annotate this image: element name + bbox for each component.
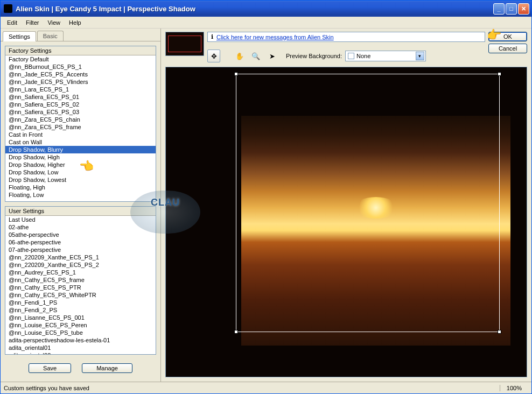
right-panel: ℹ Click here for new messages from Alien…	[161, 29, 531, 382]
list-item[interactable]: 06-athe-perspective	[5, 238, 156, 246]
transparency-swatch-icon	[348, 53, 354, 59]
list-item[interactable]: adita-perspectiveshadow-les-estela-01	[5, 336, 156, 344]
minimize-button[interactable]: _	[493, 3, 505, 15]
preview-thumbnail[interactable]	[165, 32, 204, 56]
list-item[interactable]: @nn_Safiera_EC5_PS_03	[5, 108, 156, 116]
factory-settings-list[interactable]: Factory Default@nn_BBurnout_EC5_PS_1@nn_…	[5, 55, 156, 201]
list-item[interactable]: adita_oriental01	[5, 344, 156, 351]
minimize-icon: _	[497, 5, 500, 12]
cancel-button[interactable]: Cancel	[488, 44, 527, 53]
list-item[interactable]: @nn_Fendi_1_PS	[5, 299, 156, 306]
maximize-icon: □	[509, 5, 513, 12]
message-bar: ℹ Click here for new messages from Alien…	[207, 32, 485, 42]
handle-bl[interactable]	[234, 330, 238, 334]
save-button[interactable]: Save	[29, 363, 71, 373]
user-settings-header: User Settings	[5, 207, 156, 216]
list-item[interactable]: @nn_220209_Xanthe_EC5_PS_1	[5, 254, 156, 261]
message-link[interactable]: Click here for new messages from Alien S…	[216, 34, 334, 40]
list-item[interactable]: @nn_Louise_EC5_PS_Peren	[5, 321, 156, 329]
move-icon: ✥	[211, 52, 217, 60]
close-icon: ✕	[521, 5, 526, 12]
menu-filter[interactable]: Filter	[22, 18, 43, 27]
handle-tl[interactable]	[234, 72, 238, 76]
handle-br[interactable]	[498, 330, 501, 334]
list-item[interactable]: Drop Shadow, Lowest	[5, 176, 156, 184]
statusbar: Custom settings you have saved 100%	[1, 382, 531, 393]
ok-button[interactable]: OK	[488, 32, 527, 41]
list-item[interactable]: @nn_BBurnout_EC5_PS_1	[5, 63, 156, 71]
arrow-tool-button[interactable]: ➤	[265, 50, 278, 62]
close-button[interactable]: ✕	[518, 3, 529, 15]
maximize-button[interactable]: □	[506, 3, 517, 15]
menubar: Edit Filter View Help	[1, 17, 531, 29]
zoom-icon: 🔍	[251, 52, 260, 60]
list-item[interactable]: @nn_Audrey_EC5_PS_1	[5, 269, 156, 276]
hand-tool-button[interactable]: ✋	[233, 50, 246, 62]
list-item[interactable]: @nn_Zara_EC5_PS_chain	[5, 116, 156, 123]
user-settings-box: User Settings Last Used02-athe05athe-per…	[5, 206, 156, 355]
list-item[interactable]: @nn_Lisanne_EC5_PS_001	[5, 314, 156, 321]
menu-help[interactable]: Help	[65, 18, 86, 27]
list-item[interactable]: Cast in Front	[5, 131, 156, 138]
list-item[interactable]: @nn_Cathy_EC5_PS_frame	[5, 276, 156, 284]
zoom-level: 100%	[500, 385, 528, 391]
list-item[interactable]: @nn_Lara_EC5_PS_1	[5, 86, 156, 93]
list-item[interactable]: Drop Shadow, High	[5, 153, 156, 161]
list-item[interactable]: 05athe-perspective	[5, 231, 156, 238]
zoom-tool-button[interactable]: 🔍	[249, 50, 262, 62]
handle-tr[interactable]	[498, 72, 501, 76]
move-tool-button[interactable]: ✥	[207, 50, 220, 62]
list-item[interactable]: @nn_Cathy_EC5_PS_WhitePTR	[5, 291, 156, 299]
preview-bg-value: None	[356, 53, 416, 59]
menu-edit[interactable]: Edit	[3, 18, 22, 27]
preview-canvas[interactable]	[165, 67, 527, 377]
preview-bg-combo[interactable]: None ▾	[345, 51, 426, 61]
list-item[interactable]: Drop Shadow, Blurry	[5, 146, 156, 153]
arrow-icon: ➤	[269, 52, 275, 60]
list-item[interactable]: @nn_Louise_EC5_PS_tube	[5, 329, 156, 336]
list-item[interactable]: @nn_Safiera_EC5_PS_02	[5, 101, 156, 108]
list-item[interactable]: @nn_220209_Xanthe_EC5_PS_2	[5, 261, 156, 269]
chevron-down-icon: ▾	[416, 52, 424, 60]
list-item[interactable]: @nn_Jade_EC5_PS_Vlinders	[5, 78, 156, 86]
left-panel: Settings Basic Factory Settings Factory …	[1, 29, 161, 382]
list-item[interactable]: Cast on Wall	[5, 138, 156, 146]
manage-button[interactable]: Manage	[82, 363, 132, 373]
list-item[interactable]: Drop Shadow, Higher	[5, 161, 156, 168]
window-title: Alien Skin | Eye Candy 5 Impact | Perspe…	[16, 5, 493, 13]
app-icon	[4, 4, 12, 13]
list-item[interactable]: @nn_Zara_EC5_PS_frame	[5, 123, 156, 131]
user-settings-list[interactable]: Last Used02-athe05athe-perspective06-ath…	[5, 216, 156, 354]
tab-settings[interactable]: Settings	[3, 31, 36, 41]
preview-bg-label: Preview Background:	[286, 53, 342, 59]
list-item[interactable]: 07-athe-perspective	[5, 246, 156, 254]
list-item[interactable]: @nn_Cathy_EC5_PS_PTR	[5, 284, 156, 291]
menu-view[interactable]: View	[43, 18, 65, 27]
list-item[interactable]: 02-athe	[5, 223, 156, 231]
list-item[interactable]: Drop Shadow, Low	[5, 168, 156, 176]
list-item[interactable]: @nn_Fendi_2_PS	[5, 306, 156, 314]
tabs: Settings Basic	[1, 29, 160, 41]
list-item[interactable]: Last Used	[5, 216, 156, 223]
list-item[interactable]: @nn_Jade_EC5_PS_Accents	[5, 71, 156, 78]
hand-icon: ✋	[235, 52, 244, 60]
status-text: Custom settings you have saved	[4, 385, 500, 391]
tab-basic[interactable]: Basic	[37, 31, 64, 41]
list-item[interactable]: Floating, Low	[5, 191, 156, 199]
list-item[interactable]: Floating, High	[5, 184, 156, 191]
selection-box[interactable]	[236, 74, 500, 332]
list-item[interactable]: Factory Default	[5, 55, 156, 63]
factory-settings-header: Factory Settings	[5, 46, 156, 55]
list-item[interactable]: @nn_Safiera_EC5_PS_01	[5, 93, 156, 101]
titlebar[interactable]: Alien Skin | Eye Candy 5 Impact | Perspe…	[1, 1, 531, 17]
info-icon: ℹ	[211, 33, 213, 40]
factory-settings-box: Factory Settings Factory Default@nn_BBur…	[5, 46, 156, 202]
list-item[interactable]: adita_oriental02	[5, 351, 156, 354]
